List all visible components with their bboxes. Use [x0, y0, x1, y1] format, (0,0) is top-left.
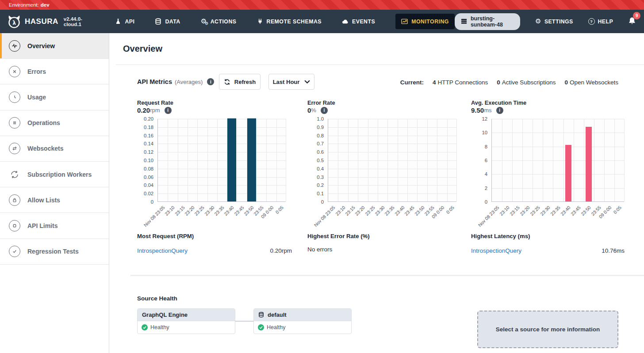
summary-heading: Highest Latency (ms) — [471, 233, 625, 239]
y-axis-tick: 0.12 — [144, 149, 153, 155]
nav-item-monitoring[interactable]: MONITORING — [395, 14, 455, 29]
summary-row: IntrospectionQuery 10.76ms — [471, 247, 625, 254]
y-axis-tick: 0.18 — [144, 125, 153, 130]
x-axis-label: 23:40 — [560, 205, 571, 216]
gridline — [456, 119, 457, 201]
sidebar-item-allow-lists[interactable]: Allow Lists — [0, 187, 109, 213]
server-stack-icon — [461, 19, 467, 24]
sidebar-item-api-limits[interactable]: API Limits — [0, 213, 109, 239]
x-axis-label: 23:20 — [519, 205, 530, 216]
sidebar: Overview Errors Usage Operations Websock… — [0, 33, 109, 353]
nav-item-label: MONITORING — [411, 19, 449, 25]
sidebar-item-operations[interactable]: Operations — [0, 110, 109, 136]
nav-item-actions[interactable]: ⚙⚙ ACTIONS — [201, 18, 237, 25]
bar — [247, 118, 256, 201]
x-axis-label: 23:45 — [233, 205, 245, 216]
lock-circle-icon — [9, 194, 20, 206]
gridline — [168, 119, 168, 201]
x-axis-label: 23:10 — [334, 205, 346, 216]
nav-item-remote-schemas[interactable]: REMOTE SCHEMAS — [257, 18, 322, 25]
sidebar-item-overview[interactable]: Overview — [0, 33, 109, 59]
y-axis-tick: 4 — [485, 171, 487, 177]
x-axis-label: 0:05 — [445, 205, 455, 215]
sidebar-item-subscription-workers[interactable]: Subscription Workers — [0, 162, 109, 187]
summary-value: 10.76ms — [602, 247, 625, 254]
chart-value: 9.50 — [471, 106, 484, 114]
source-card-default[interactable]: default Healthy — [253, 308, 352, 334]
sidebar-item-label: Subscription Workers — [27, 171, 92, 178]
hasura-logo-icon: λ — [7, 15, 21, 29]
time-range-value: Last Hour — [273, 79, 300, 85]
help-label: HELP — [598, 19, 613, 25]
x-axis-label: Nov 08 23:05 — [143, 205, 165, 228]
info-icon[interactable]: i — [207, 78, 214, 85]
time-range-dropdown[interactable]: Last Hour — [268, 74, 314, 90]
y-axis-tick: 0.9 — [317, 125, 324, 130]
brand-group[interactable]: λ HASURA v2.44.0-cloud.1 — [7, 15, 94, 29]
summary-row: IntrospectionQuery 0.20rpm — [137, 247, 292, 254]
y-axis-tick: 0.2 — [317, 182, 324, 188]
y-axis-tick: 0.4 — [317, 166, 324, 171]
nav-item-api[interactable]: API — [115, 18, 134, 25]
gridline — [594, 119, 594, 201]
operation-link[interactable]: IntrospectionQuery — [471, 247, 521, 254]
chart-title: Avg. Execution Time — [471, 99, 624, 106]
gears-icon: ⚙⚙ — [201, 18, 207, 25]
x-axis-label: 23:40 — [223, 205, 235, 216]
y-axis: 0.200.180.160.140.120.100.080.060.040.02… — [137, 119, 157, 202]
pulse-icon — [9, 40, 20, 52]
chart-plot-area: 0.200.180.160.140.120.100.080.060.040.02… — [137, 119, 286, 202]
info-icon[interactable]: i — [321, 107, 328, 114]
chart-title: Error Rate — [307, 99, 456, 106]
bar — [586, 127, 592, 201]
sidebar-item-label: Websockets — [27, 145, 63, 152]
y-axis-tick: 12 — [482, 116, 487, 121]
y-axis-tick: 0.08 — [144, 166, 153, 171]
x-axis-label: 23:30 — [540, 205, 551, 216]
list-circle-icon — [9, 117, 20, 129]
x-axis-label: 23:20 — [354, 205, 366, 216]
refresh-label: Refresh — [234, 79, 256, 85]
notification-badge: 9 — [633, 12, 640, 19]
settings-label: SETTINGS — [544, 19, 573, 25]
x-axis-label: 23:25 — [529, 205, 540, 216]
gridline — [188, 119, 188, 201]
info-icon[interactable]: i — [496, 107, 503, 114]
refresh-button[interactable]: Refresh — [219, 74, 261, 90]
chart-value-row: 9.50 ms i — [471, 106, 503, 114]
sidebar-item-usage[interactable]: Usage — [0, 84, 109, 110]
sidebar-item-websockets[interactable]: Websockets — [0, 136, 109, 162]
sidebar-item-errors[interactable]: Errors — [0, 59, 109, 84]
project-selector[interactable]: bursting-sunbeam-48 — [455, 13, 520, 30]
info-icon[interactable]: i — [165, 107, 172, 114]
loop-icon — [9, 169, 20, 180]
sidebar-item-regression-tests[interactable]: Regression Tests — [0, 239, 109, 265]
question-circle-icon: ? — [588, 18, 595, 25]
nav-item-events[interactable]: EVENTS — [342, 19, 375, 25]
y-axis-tick: 8 — [485, 144, 487, 149]
settings-button[interactable]: ⚙ SETTINGS — [535, 18, 573, 25]
y-axis-tick: 0 — [321, 199, 324, 205]
y-axis-tick: 6 — [485, 158, 487, 163]
gridline — [512, 119, 513, 201]
source-name: default — [268, 311, 287, 318]
notifications-button[interactable]: 9 — [628, 17, 636, 27]
help-button[interactable]: ? HELP — [588, 18, 613, 25]
nav-item-data[interactable]: DATA — [155, 18, 180, 25]
gridline — [197, 119, 198, 201]
y-axis-tick: 0.10 — [144, 158, 153, 163]
y-axis-tick: 0.7 — [317, 141, 324, 146]
database-icon — [155, 18, 161, 25]
version-label: v2.44.0-cloud.1 — [64, 16, 94, 27]
gridline — [266, 119, 267, 201]
status-text: Healthy — [267, 324, 285, 330]
y-axis-tick: 0 — [151, 199, 153, 205]
plug-icon — [257, 18, 263, 25]
refresh-icon — [224, 79, 230, 85]
source-card-graphql-engine[interactable]: GraphQL Engine Healthy — [137, 308, 235, 334]
chart-title: Request Rate — [137, 99, 286, 106]
x-axis-label: 0:05 — [613, 205, 622, 215]
gridline — [358, 119, 358, 201]
operation-link[interactable]: IntrospectionQuery — [137, 247, 188, 254]
environment-bar: Environment: dev — [0, 0, 644, 10]
